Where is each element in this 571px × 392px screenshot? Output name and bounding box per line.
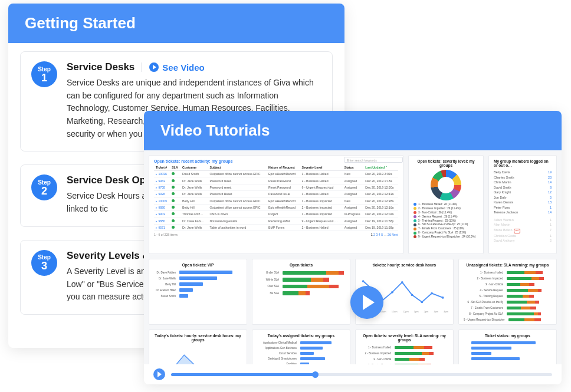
- bar-row: Within SLA: [257, 276, 345, 284]
- member-row-offline[interactable]: Alan Martin1: [494, 222, 552, 228]
- member-row-offline[interactable]: Bruce Boltonout7: [494, 228, 552, 233]
- bar-row: Applications-Gen Business: [257, 345, 345, 351]
- bar-row: 2 - Business Impacted: [360, 350, 448, 356]
- bar-row: 4 - Service Request: [464, 287, 552, 293]
- member-row[interactable]: Chris Martin14: [494, 180, 552, 185]
- panel-title: Open tickets: severity level: my groups: [414, 159, 478, 167]
- step-label: Step: [38, 66, 51, 73]
- table-row[interactable]: ▸ 10009Betty HillOutpatient office canno…: [154, 197, 398, 204]
- video-scrubber[interactable]: [171, 373, 552, 376]
- table-row[interactable]: ▸ 9926Dr. Jane WellsPassword ResetPasswo…: [154, 191, 398, 197]
- table-header[interactable]: Subject: [208, 164, 267, 171]
- play-icon: [149, 62, 159, 72]
- video-tutorials-title: Video Tutorials: [144, 111, 562, 150]
- svg-point-4: [401, 281, 403, 284]
- table-header[interactable]: Customer: [181, 164, 208, 171]
- step-title: Service Desks: [67, 61, 134, 73]
- see-video-link[interactable]: See Video: [149, 62, 204, 73]
- donut-chart: Total228: [431, 170, 461, 200]
- member-row[interactable]: Betty Davis19: [494, 170, 552, 175]
- bar-row: 8 - Company Project No SLA: [464, 311, 552, 317]
- bar-row: Cloud Services: [257, 351, 345, 356]
- step-badge-2: Step 2: [31, 174, 57, 200]
- member-row[interactable]: Peter Ross1: [494, 205, 552, 210]
- table-pager[interactable]: 1 2 3 4 5 … 26 Next: [371, 233, 398, 236]
- open-tickets-table-panel: Open tickets: recent activity: my groups…: [149, 155, 403, 254]
- video-small-play-button[interactable]: [153, 368, 165, 380]
- bar-row: 2 - Business Impacted: [464, 275, 552, 281]
- table-footer-count: 1 - 9 of 228 items: [154, 233, 178, 236]
- bar-row: Over SLA: [257, 283, 345, 290]
- unassigned-sla-panel: Unassigned tickets: SLA warning: my grou…: [458, 259, 557, 325]
- open-tickets-panel: Open tickets Under SLAWithin SLAOver SLA…: [252, 259, 350, 325]
- member-row[interactable]: Charles Smith23: [494, 175, 552, 180]
- svg-point-3: [391, 291, 393, 294]
- donut-legend: 1 - Business Halted : 26 (11.4%)2 - Busi…: [414, 203, 478, 239]
- bar-row: No SLA: [257, 290, 345, 297]
- video-tutorials-card: Video Tutorials Open tickets: recent act…: [144, 111, 562, 384]
- bar-row: Dr. Jane Wells: [154, 275, 242, 281]
- table-header[interactable]: Status: [343, 164, 364, 171]
- table-header[interactable]: Nature of Request: [267, 164, 300, 171]
- member-row[interactable]: Karen Dennis13: [494, 200, 552, 205]
- legend-item: 7 - Emails From Customers : 25 (11%): [414, 227, 478, 231]
- bar-row: Under SLA: [257, 269, 345, 276]
- table-header[interactable]: Severity Level: [300, 164, 343, 171]
- bar-row: 7 - Emails From Customers: [464, 305, 552, 311]
- table-row[interactable]: ▸ 9963Dr. Jane WellsPassword reset.Reset…: [154, 177, 398, 184]
- legend-item: 2 - Business Impacted : 26 (11.4%): [414, 207, 478, 211]
- table-row[interactable]: ▸ 9880Dr. Dave Fabi…Not receiving emails…: [154, 218, 398, 224]
- table-row[interactable]: ▸ 9880Betty HillOutpatient office cannot…: [154, 204, 398, 210]
- member-row[interactable]: Terence Jackson14: [494, 210, 552, 215]
- bar-row: [464, 351, 552, 356]
- search-input[interactable]: Enter search keywords: [344, 157, 403, 163]
- table-row[interactable]: ▸ 9708Dr. Jane WellsPassword reset.Reset…: [154, 184, 398, 190]
- table-header[interactable]: SLA: [170, 164, 181, 171]
- bar-row: Desktop & Smartphones: [257, 356, 345, 361]
- svg-point-0: [362, 280, 365, 282]
- legend-item: 4 - Service Request : 26 (11.4%): [414, 215, 478, 219]
- bar-row: Betty Hill: [154, 281, 242, 287]
- group-members-panel: My group members logged on or out o… Bet…: [488, 155, 557, 254]
- video-progress-bar: [144, 364, 562, 384]
- step-badge-1: Step 1: [31, 61, 57, 87]
- legend-item: 6 - Std SLA Resolve-on-the-fly : 25 (11%…: [414, 223, 478, 227]
- svg-point-7: [431, 292, 433, 295]
- bar-row: Susan Smith: [154, 293, 242, 299]
- getting-started-title: Getting Started: [8, 4, 344, 43]
- bar-row: Applications-Clinical/Medical: [257, 340, 345, 345]
- panel-title: My group members logged on or out o…: [494, 159, 552, 167]
- bar-row: [464, 345, 552, 351]
- bar-row: [464, 340, 552, 345]
- member-row[interactable]: Jon Daly5: [494, 195, 552, 200]
- separator: [142, 62, 142, 72]
- member-row-offline[interactable]: David Anthony2: [494, 238, 552, 243]
- step-badge-3: Step 3: [31, 250, 57, 276]
- bar-row: Dr. Edward Hiller: [154, 287, 242, 293]
- tickets-table: Ticket #SLACustomerSubjectNature of Requ…: [154, 164, 398, 231]
- table-row[interactable]: ▸ 9903Thomas Fritz…CMS is downProject1 -…: [154, 211, 398, 218]
- dashboard-preview: Open tickets: recent activity: my groups…: [144, 150, 562, 367]
- member-row[interactable]: Gary Knight12: [494, 190, 552, 195]
- see-video-label: See Video: [162, 62, 204, 73]
- table-row[interactable]: ▸ 10036David SmithOutpatient office cann…: [154, 171, 398, 177]
- legend-item: 3 - Non-Critical : 26 (11.4%): [414, 211, 478, 215]
- legend-item: 9 - Urgent Request-tool Dispatcher : 24 …: [414, 235, 478, 239]
- legend-item: 1 - Business Halted : 26 (11.4%): [414, 203, 478, 207]
- member-row-offline[interactable]: Christian Costa1: [494, 233, 552, 239]
- table-row[interactable]: ▸ 9571Dr. Jane WellsTable of authorities…: [154, 225, 398, 231]
- member-row-offline[interactable]: Adam Warren1: [494, 218, 552, 223]
- open-tickets-vip-panel: Open tickets: VIP Dr. Dave FabienDr. Jan…: [149, 259, 247, 325]
- step-number: 1: [41, 73, 47, 83]
- svg-point-8: [442, 297, 444, 299]
- legend-item: 8 - Company Project No SLA : 25 (11%): [414, 231, 478, 235]
- bar-row: 6 - Set SLA Resolve-on-the-fly: [464, 299, 552, 305]
- bar-row: 3 - Non-Critical: [360, 356, 448, 362]
- table-header[interactable]: Last Updated ˅: [363, 164, 398, 171]
- svg-point-6: [421, 301, 423, 304]
- step-number: 2: [41, 186, 47, 196]
- member-row[interactable]: David Smith8: [494, 185, 552, 190]
- video-play-button[interactable]: [350, 286, 383, 319]
- table-header[interactable]: Ticket #: [154, 164, 170, 171]
- bar-row: Dr. Dave Fabien: [154, 269, 242, 275]
